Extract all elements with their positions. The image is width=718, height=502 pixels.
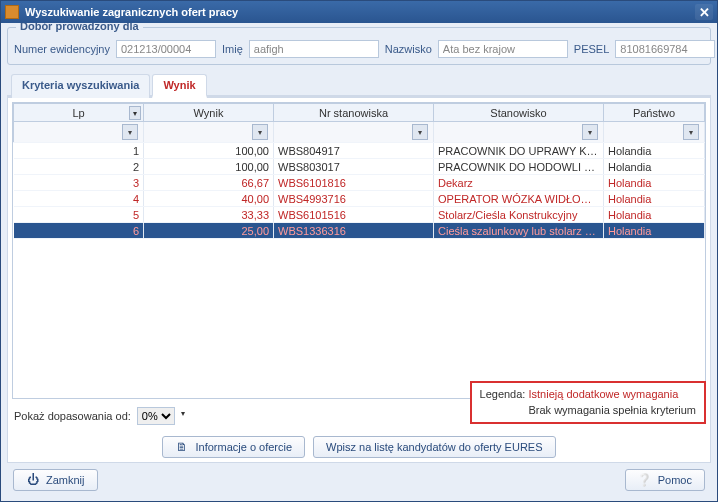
col-panstwo[interactable]: Państwo bbox=[604, 104, 705, 122]
numer-label: Numer ewidencyjny bbox=[14, 43, 110, 55]
tab-wynik[interactable]: Wynik bbox=[152, 74, 206, 98]
match-select[interactable]: 0% bbox=[137, 407, 175, 425]
table-row[interactable]: 533,33WBS6101516Stolarz/Cieśla Konstrukc… bbox=[14, 207, 705, 223]
app-icon bbox=[5, 5, 19, 19]
pomoc-button[interactable]: ❔ Pomoc bbox=[625, 469, 705, 491]
table-row[interactable]: 440,00WBS4993716OPERATOR WÓZKA WIDŁOWEGO… bbox=[14, 191, 705, 207]
match-label: Pokaż dopasowania od: bbox=[14, 410, 131, 422]
table-row[interactable]: 2100,00WBS803017PRACOWNIK DO HODOWLI PIE… bbox=[14, 159, 705, 175]
imie-label: Imię bbox=[222, 43, 243, 55]
pesel-label: PESEL bbox=[574, 43, 609, 55]
filter-dropdown-icon[interactable]: ▾ bbox=[122, 124, 138, 140]
tab-kryteria[interactable]: Kryteria wyszukiwania bbox=[11, 74, 150, 98]
table-row[interactable]: 625,00WBS1336316Cieśla szalunkowy lub st… bbox=[14, 223, 705, 239]
legenda-line2: Brak wymagania spełnia kryterium bbox=[528, 404, 696, 416]
close-door-icon: ⏻ bbox=[26, 473, 40, 487]
filter-dropdown-icon[interactable]: ▾ bbox=[683, 124, 699, 140]
col-stan[interactable]: Stanowisko bbox=[434, 104, 604, 122]
results-grid[interactable]: Lp▾ Wynik Nr stanowiska Stanowisko Państ… bbox=[12, 102, 706, 399]
numer-field[interactable] bbox=[116, 40, 216, 58]
wpisz-button[interactable]: Wpisz na listę kandydatów do oferty EURE… bbox=[313, 436, 555, 458]
document-icon: 🗎 bbox=[175, 440, 189, 454]
chevron-down-icon[interactable]: ▾ bbox=[181, 409, 195, 423]
filter-dropdown-icon[interactable]: ▾ bbox=[252, 124, 268, 140]
filter-dropdown-icon[interactable]: ▾ bbox=[412, 124, 428, 140]
filter-dropdown-icon[interactable]: ▾ bbox=[582, 124, 598, 140]
pesel-field[interactable] bbox=[615, 40, 715, 58]
help-icon: ❔ bbox=[638, 473, 652, 487]
close-icon[interactable]: ✕ bbox=[695, 4, 713, 20]
nazwisko-field[interactable] bbox=[438, 40, 568, 58]
col-lp[interactable]: Lp▾ bbox=[14, 104, 144, 122]
zamknij-button[interactable]: ⏻ Zamknij bbox=[13, 469, 98, 491]
legenda-label: Legenda: bbox=[480, 388, 526, 400]
table-row[interactable]: 1100,00WBS804917PRACOWNIK DO UPRAWY KWIA… bbox=[14, 143, 705, 159]
nazwisko-label: Nazwisko bbox=[385, 43, 432, 55]
window-title: Wyszukiwanie zagranicznych ofert pracy bbox=[25, 6, 238, 18]
legenda-line1: Istnieją dodatkowe wymagania bbox=[528, 388, 678, 400]
dobor-legend: Dobór prowadzony dla bbox=[16, 23, 143, 32]
imie-field[interactable] bbox=[249, 40, 379, 58]
col-nr[interactable]: Nr stanowiska bbox=[274, 104, 434, 122]
table-row[interactable]: 366,67WBS6101816DekarzHolandia bbox=[14, 175, 705, 191]
dobor-group: Dobór prowadzony dla Numer ewidencyjny I… bbox=[7, 27, 711, 65]
chevron-down-icon[interactable]: ▾ bbox=[129, 106, 141, 120]
col-wynik[interactable]: Wynik bbox=[144, 104, 274, 122]
legenda-box: Legenda: Istnieją dodatkowe wymagania Le… bbox=[470, 381, 706, 424]
tab-strip: Kryteria wyszukiwania Wynik bbox=[7, 71, 711, 98]
title-bar: Wyszukiwanie zagranicznych ofert pracy ✕ bbox=[1, 1, 717, 23]
info-button[interactable]: 🗎 Informacje o ofercie bbox=[162, 436, 305, 458]
